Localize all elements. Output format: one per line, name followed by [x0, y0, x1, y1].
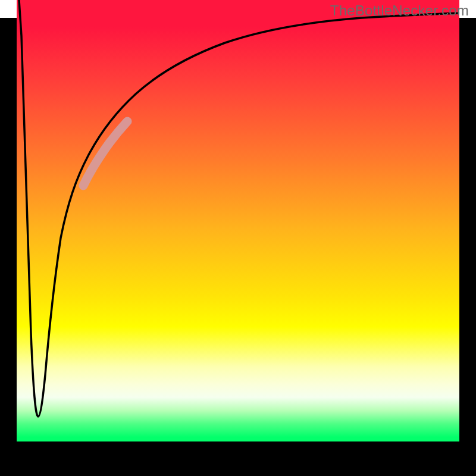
- plot-area: [17, 0, 459, 441]
- watermark-text: TheBottleNecker.com: [330, 2, 469, 19]
- curve-svg: [17, 0, 459, 441]
- chart-container: TheBottleNecker.com: [0, 0, 476, 476]
- curve-line: [19, 0, 459, 416]
